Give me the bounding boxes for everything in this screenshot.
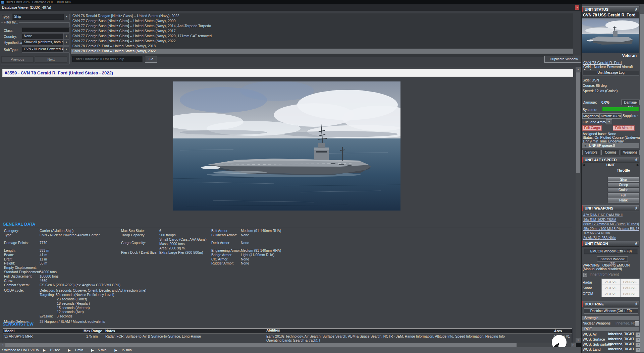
chevron-down-icon[interactable]: ▾ <box>63 34 69 39</box>
hypothetical-dropdown[interactable]: Show all platforms, both rea ▾ <box>22 39 69 46</box>
time-step[interactable]: ▶ 1 min <box>68 347 83 353</box>
duplicate-window-button[interactable]: Duplicate Window <box>544 56 583 63</box>
play-icon[interactable]: ▶ <box>43 347 46 353</box>
time-step[interactable]: ▶ 15 min <box>114 347 131 353</box>
time-step[interactable]: ▶ 5 min <box>91 347 106 353</box>
col-max-range: Max Range <box>82 329 104 334</box>
unit-alt-speed-header[interactable]: UNIT ALT / SPEED ≪ <box>582 157 639 163</box>
vertical-scrollbar[interactable]: ▴ ▾ <box>576 67 581 343</box>
list-item[interactable]: CVN 78 Gerald R. Ford -- United States (… <box>71 44 573 49</box>
tab-weapons[interactable]: Weapons <box>621 150 640 155</box>
play-icon[interactable]: ▶ <box>91 347 94 353</box>
scroll-left-icon[interactable]: ◂ <box>0 343 5 347</box>
weapon-link[interactable]: 16x RIM-162D ESSM <box>583 218 639 222</box>
chevron-down-icon[interactable]: ▾ <box>64 14 69 20</box>
active-button[interactable]: ACTIVE <box>602 285 621 291</box>
unit-message-log-button[interactable]: Unit Message Log <box>583 70 639 75</box>
play-icon[interactable]: ▶ <box>114 347 117 353</box>
subtype-dropdown[interactable]: CVN - Nuclear Powered Air ▾ <box>22 46 69 53</box>
collapse-icon[interactable]: ≪ <box>635 158 638 161</box>
list-item[interactable]: CVN 78 Gerald R. Ford -- United States (… <box>71 49 573 54</box>
aircraft-button[interactable]: Aircraft: 49/78 <box>600 113 622 119</box>
horizontal-scroll-thumb[interactable] <box>5 343 517 347</box>
chevron-down-icon[interactable]: ▾ <box>63 47 69 52</box>
collapse-icon[interactable]: ≪ <box>635 207 638 210</box>
inherit-from-parent-label: Inherit from Parent <box>588 272 619 276</box>
list-item[interactable]: CVN 77 George Bush [Nimitz Class] -- Uni… <box>71 39 573 44</box>
sidebar-scrollbar[interactable] <box>640 4 644 353</box>
tab-comms[interactable]: Comms <box>601 150 620 155</box>
database-id-input[interactable] <box>72 56 143 62</box>
weapon-link[interactable]: 2x AN/SLQ-25A Nixie <box>583 236 639 240</box>
emcon-window-button[interactable]: EMCON Window (Ctrl + F9) <box>584 249 638 254</box>
record-title-bar: #3559 - CVN 78 Gerald R. Ford (United St… <box>2 69 573 77</box>
checkbox-checked-icon[interactable]: ✓ <box>583 273 587 277</box>
oecm-label: OECM <box>583 292 593 296</box>
passive-button[interactable]: PASSIVE <box>621 291 639 297</box>
throttle-creep-button[interactable]: Creep <box>608 183 639 187</box>
collapse-icon[interactable]: ≪ <box>635 242 638 245</box>
data-row: Beam:41 m <box>4 253 120 257</box>
sensor-model-link[interactable]: AN/SPY-3 MFR <box>9 335 33 338</box>
sidebar-scroll-thumb[interactable] <box>640 14 644 352</box>
table-row: 3x AN/SPY-3 MFR 175 nm Radar, FCR, Surfa… <box>3 334 572 343</box>
data-row: CIC Armor:None <box>211 257 312 262</box>
app-icon <box>1 1 4 4</box>
list-item[interactable]: CVN 77 George Bush [Nimitz Class] -- Uni… <box>71 28 573 34</box>
unit-class-link[interactable]: CVN 78 Gerald R. Ford <box>583 61 622 65</box>
sensors-ew-heading: SENSORS / EW <box>3 322 34 327</box>
side-label: Side: USN <box>583 78 599 82</box>
list-item[interactable]: CVN 76 Ronald Reagan [Nimitz Class] -- U… <box>71 13 573 18</box>
horizontal-scrollbar[interactable]: ◂ ▸ <box>0 343 576 347</box>
unit-emcon-header[interactable]: UNIT EMCON ≪ <box>582 241 639 247</box>
scroll-right-icon[interactable]: ▸ <box>571 343 576 347</box>
doctrine-window-button[interactable]: Doctrine Window (Ctrl + F9) <box>584 308 638 314</box>
passive-button[interactable]: PASSIVE <box>621 279 639 285</box>
damage-ctrl-button[interactable]: Damage Ctrl <box>621 100 640 105</box>
play-icon[interactable]: ▶ <box>68 347 71 353</box>
next-button[interactable]: Next <box>35 56 67 63</box>
passive-button[interactable]: PASSIVE <box>621 285 639 291</box>
throttle-cruise-button[interactable]: Cruise <box>608 188 639 192</box>
list-item[interactable]: CVN 77 George Bush [Nimitz Class] -- Uni… <box>71 34 573 39</box>
list-item[interactable]: CVN 77 George Bush [Nimitz Class] -- Uni… <box>71 23 573 28</box>
unrep-queue-bar[interactable]: ▼ UNREP queue:0 <box>582 143 639 148</box>
active-button[interactable]: ACTIVE <box>602 279 621 285</box>
previous-button[interactable]: Previous <box>1 56 34 63</box>
type-dropdown[interactable]: Ship ▾ <box>12 14 70 20</box>
fuel-ammo-dropdown[interactable]: ▾ <box>606 119 612 124</box>
unit-weapons-header[interactable]: UNIT WEAPONS ≪ <box>582 205 639 211</box>
magazines-button[interactable]: Magazines <box>582 113 600 119</box>
collapse-icon[interactable]: ≪ <box>635 302 638 305</box>
data-row: Damage Points:7770 <box>4 241 120 245</box>
scroll-up-icon[interactable]: ▴ <box>576 67 581 72</box>
doctrine-header[interactable]: DOCTRINE ≪ <box>582 301 639 307</box>
active-button[interactable]: ACTIVE <box>602 291 621 297</box>
weapon-link[interactable]: 45x 20mm/100 Mk15 Phalanx Blk 1B [Burst] <box>583 227 639 231</box>
close-icon[interactable]: ✕ <box>575 5 579 10</box>
go-button[interactable]: Go <box>145 56 157 63</box>
data-row: Troop Capacity:500 troops <box>121 233 210 238</box>
time-step-label: 15 min <box>121 347 132 353</box>
edit-aircraft-button[interactable]: Edit Aircraft <box>613 125 635 131</box>
nuclear-weapons-checkbox[interactable] <box>635 321 639 326</box>
tab-sensors[interactable]: Sensors <box>582 150 600 155</box>
time-step[interactable]: ▶ 15 sec <box>43 347 60 353</box>
chevron-down-icon[interactable]: ▾ <box>63 40 69 45</box>
throttle-flank-button[interactable]: Flank <box>608 198 639 202</box>
collapse-icon[interactable]: ≪ <box>635 8 638 11</box>
throttle-full-button[interactable]: Full <box>608 193 639 197</box>
weapon-link[interactable]: 42x RIM-116C RAM Blk II <box>583 213 639 218</box>
class-input[interactable] <box>22 27 69 33</box>
country-dropdown[interactable]: None ▾ <box>22 33 69 40</box>
throttle-label: Throttle <box>608 168 639 172</box>
unit-status-header[interactable]: UNIT STATUS ≪ <box>582 6 639 12</box>
weapon-link[interactable]: 880x 12.7mm/50 MG Burst [10 rnds] <box>583 222 639 227</box>
scroll-down-icon[interactable]: ▾ <box>576 338 581 343</box>
vertical-scroll-thumb[interactable] <box>576 72 580 173</box>
list-item[interactable]: CVN 77 George Bush [Nimitz Class] -- Uni… <box>71 18 573 23</box>
throttle-stop-button[interactable]: Stop <box>608 177 639 182</box>
weapon-link[interactable]: 16x Mk234 Nulka <box>583 231 639 236</box>
edit-cargo-button[interactable]: Edit Cargo <box>582 125 602 131</box>
sensors-window-button[interactable]: Sensors Window (F9) <box>597 256 628 261</box>
